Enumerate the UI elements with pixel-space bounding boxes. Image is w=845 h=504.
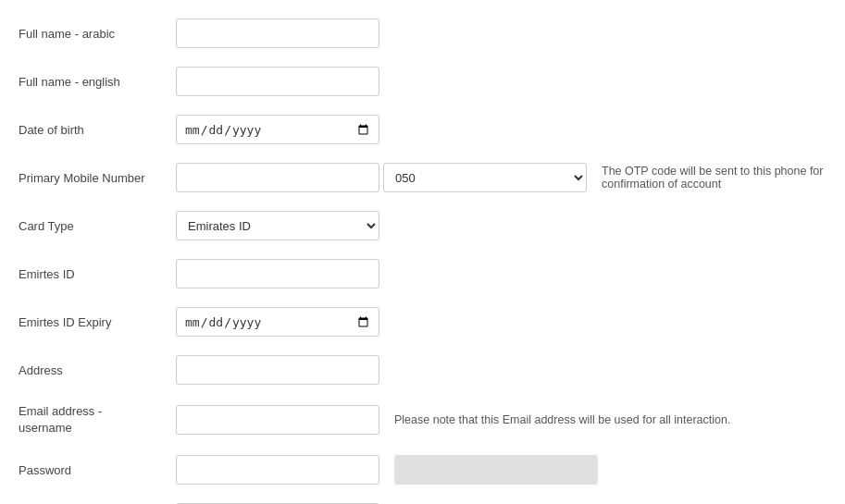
full-name-english-row: Full name - english [19,57,826,105]
email-row: Email address - username Please note tha… [19,394,826,446]
card-type-row: Card Type Emirates ID Passport Other [19,202,826,250]
emirates-id-input[interactable] [176,259,379,289]
mobile-hint-text: The OTP code will be sent to this phone … [602,165,826,191]
address-input[interactable] [176,355,379,385]
full-name-english-label: Full name - english [19,75,176,89]
password-row: Password [19,446,826,494]
card-type-label: Card Type [19,219,176,233]
emirates-id-expiry-label: Emirtes ID Expiry [19,315,176,329]
mobile-group: 050 051 052 054 055 056 058 [176,163,587,192]
password-label: Password [19,463,176,477]
email-input[interactable] [176,405,379,435]
password-input[interactable] [176,455,379,485]
emirates-id-expiry-row: Emirtes ID Expiry [19,298,826,346]
email-label: Email address - username [19,403,176,436]
password-hint-box [394,455,598,485]
full-name-arabic-label: Full name - arabic [19,27,176,41]
emirates-id-expiry-input[interactable] [176,307,379,337]
primary-mobile-row: Primary Mobile Number 050 051 052 054 05… [19,154,826,202]
address-label: Address [19,363,176,377]
card-type-select[interactable]: Emirates ID Passport Other [176,211,379,240]
mobile-number-input[interactable] [176,163,379,192]
date-of-birth-label: Date of birth [19,123,176,137]
date-of-birth-row: Date of birth [19,105,826,154]
date-of-birth-input[interactable] [176,115,379,144]
full-name-arabic-row: Full name - arabic [19,9,826,57]
gender-row: Gender Male Female [19,494,826,504]
address-row: Address [19,346,826,394]
mobile-prefix-select[interactable]: 050 051 052 054 055 056 058 [383,163,587,192]
full-name-english-input[interactable] [176,67,379,96]
emirates-id-label: Emirtes ID [19,267,176,281]
email-hint-text: Please note that this Email address will… [394,413,730,426]
emirates-id-row: Emirtes ID [19,250,826,298]
primary-mobile-label: Primary Mobile Number [19,171,176,185]
full-name-arabic-input[interactable] [176,18,379,48]
